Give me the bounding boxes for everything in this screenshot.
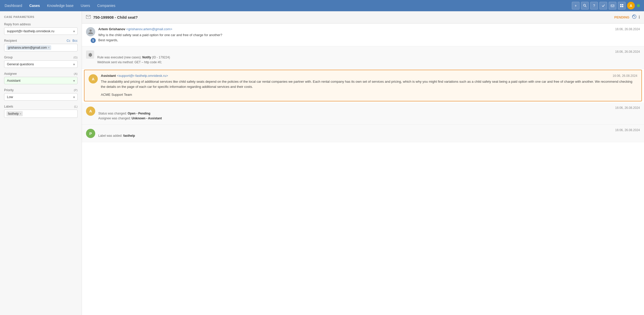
nav-knowledge-base[interactable]: Knowledge base <box>47 3 74 9</box>
message-content-label: 16:06, 26.08.2024 Label was added: fasth… <box>98 128 640 138</box>
messages-container: 5 Artem Grishanov <grishanov.artem@gmail… <box>82 24 644 315</box>
assignee-field-group: Assignee (A) Assistant <box>4 72 78 84</box>
assistant-time: 16:06, 26.08.2024 <box>613 74 637 78</box>
recipient-label: Recipient Cc Bcc <box>4 39 78 43</box>
status-dot <box>637 4 640 7</box>
recipient-remove[interactable]: × <box>48 46 50 49</box>
labels-field[interactable]: fasthelp × <box>4 110 78 118</box>
assistant-name: Assistant <box>101 74 116 78</box>
message-status-change: A 16:06, 26.08.2024 Status was changed: … <box>82 102 644 125</box>
assistant-email: <support@r-fasthelp.omnidesk.ru> <box>117 74 168 78</box>
top-navigation: Dashboard Cases Knowledge base Users Com… <box>0 0 644 11</box>
help-button[interactable]: ? <box>590 2 598 9</box>
system-time: 16:06, 26.08.2024 <box>615 50 640 54</box>
svg-rect-5 <box>620 6 621 7</box>
nav-dashboard[interactable]: Dashboard <box>4 3 23 9</box>
label-tag: fasthelp × <box>6 111 23 116</box>
svg-rect-4 <box>622 4 623 5</box>
case-status: PENDING <box>614 15 629 19</box>
label-added-time: 16:06, 26.08.2024 <box>615 128 640 132</box>
info-icon[interactable]: i <box>639 15 640 20</box>
label-added-text: Label was added: fasthelp <box>98 133 640 138</box>
system-text: Rule was executed (new cases): Notify (I… <box>97 55 640 65</box>
priority-select[interactable]: Low <box>4 93 78 101</box>
status-change-text: Status was changed: Open - Pending Assig… <box>98 111 640 121</box>
history-icon[interactable] <box>632 14 637 20</box>
nav-cases[interactable]: Cases <box>29 3 40 9</box>
reply-from-select-wrapper[interactable]: support@r-fasthelp.omnidesk.ru <box>4 27 78 35</box>
assignee-label: Assignee (A) <box>4 72 78 76</box>
svg-line-1 <box>585 6 586 7</box>
recipient-row[interactable]: grishanov.artem@gmail.com × <box>4 44 78 51</box>
message-system: 16:06, 26.08.2024 Rule was executed (new… <box>82 46 644 69</box>
priority-select-wrapper[interactable]: Low <box>4 93 78 101</box>
label-added-avatar: P <box>86 129 95 138</box>
inbox-button[interactable] <box>609 2 616 9</box>
assistant-avatar: A <box>89 74 98 83</box>
status-change-time: 16:06, 26.08.2024 <box>615 106 640 110</box>
message-number-badge: 5 <box>91 38 96 43</box>
gear-icon-wrap <box>86 50 94 59</box>
svg-rect-6 <box>622 6 623 7</box>
case-parameters-sidebar: CASE PARAMETERS Reply from address suppo… <box>0 11 82 315</box>
cc-link[interactable]: Cc <box>67 39 70 43</box>
grid-button[interactable] <box>618 2 626 9</box>
sender-email: <grishanov.artem@gmail.com> <box>126 27 172 31</box>
bcc-link[interactable]: Bcc <box>72 39 78 43</box>
user-avatar-img <box>86 27 95 36</box>
message-content-assistant: Assistant <support@r-fasthelp.omnidesk.r… <box>101 74 637 97</box>
labels-label: Labels (L) <box>4 105 78 108</box>
reply-from-label: Reply from address <box>4 23 78 26</box>
message-content-status: 16:06, 26.08.2024 Status was changed: Op… <box>98 106 640 121</box>
reply-from-select[interactable]: support@r-fasthelp.omnidesk.ru <box>4 27 78 35</box>
message-label-added: P 16:06, 26.08.2024 Label was added: fas… <box>82 125 644 142</box>
status-change-avatar: A <box>86 107 95 116</box>
case-header: 750-199908 - Child seat? PENDING i <box>82 11 644 24</box>
assignee-select[interactable]: Assistant <box>4 77 78 84</box>
message-user: 5 Artem Grishanov <grishanov.artem@gmail… <box>82 24 644 46</box>
message-content-system: 16:06, 26.08.2024 Rule was executed (new… <box>97 50 640 65</box>
group-field-group: Group (G) General questions <box>4 56 78 68</box>
sidebar-title: CASE PARAMETERS <box>4 15 78 18</box>
message-time: 16:06, 26.08.2024 <box>615 27 640 31</box>
search-button[interactable] <box>581 2 589 9</box>
content-area: 750-199908 - Child seat? PENDING i 5 <box>82 11 644 315</box>
nav-companies[interactable]: Companies <box>97 3 116 9</box>
case-title: 750-199908 - Child seat? <box>93 15 612 19</box>
svg-rect-3 <box>620 4 621 5</box>
check-button[interactable] <box>599 2 607 9</box>
user-avatar[interactable]: A <box>627 2 635 9</box>
message-content-user: Artem Grishanov <grishanov.artem@gmail.c… <box>98 27 640 43</box>
group-select-wrapper[interactable]: General questions <box>4 60 78 68</box>
message-body-assistant: The availability and pricing of addition… <box>101 79 637 97</box>
label-tag-remove[interactable]: × <box>20 112 21 115</box>
assignee-select-wrapper[interactable]: Assistant <box>4 77 78 84</box>
group-label: Group (G) <box>4 56 78 59</box>
reply-from-field-group: Reply from address support@r-fasthelp.om… <box>4 23 78 35</box>
labels-field-group: Labels (L) fasthelp × <box>4 105 78 118</box>
svg-point-0 <box>584 4 586 6</box>
recipient-field-group: Recipient Cc Bcc grishanov.artem@gmail.c… <box>4 39 78 51</box>
email-icon <box>86 15 91 20</box>
group-select[interactable]: General questions <box>4 60 78 68</box>
priority-field-group: Priority (P) Low <box>4 88 78 101</box>
priority-label: Priority (P) <box>4 88 78 92</box>
plus-button[interactable]: + <box>572 2 579 9</box>
recipient-tag: grishanov.artem@gmail.com × <box>6 45 51 50</box>
message-assistant: A Assistant <support@r-fasthelp.omnidesk… <box>84 70 642 101</box>
message-body-user: Why is the child safety seat a paid opti… <box>98 33 640 43</box>
sender-name: Artem Grishanov <box>98 27 125 31</box>
nav-users[interactable]: Users <box>80 3 91 9</box>
